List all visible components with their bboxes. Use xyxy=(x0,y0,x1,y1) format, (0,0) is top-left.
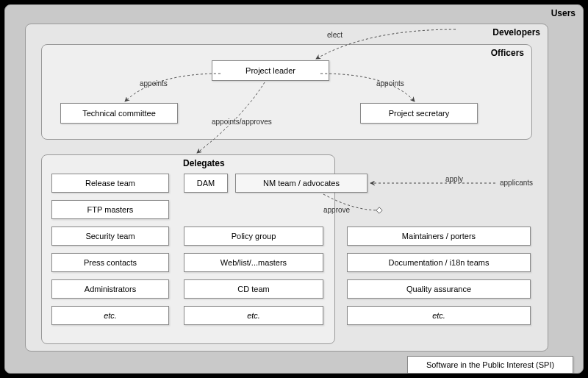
policy-group-label: Policy group xyxy=(232,232,276,240)
panel-delegates-title: Delegates xyxy=(183,158,225,168)
box-dam: DAM xyxy=(184,174,228,193)
delegates-etc2-label: etc. xyxy=(247,311,260,320)
box-ftp-masters: FTP masters xyxy=(51,200,169,219)
administrators-label: Administrators xyxy=(85,285,136,293)
box-nm-team: NM team / advocates xyxy=(235,174,368,193)
box-spi: Software in the Public Interest (SPI) xyxy=(407,356,573,374)
edge-appoints-right: appoints xyxy=(376,79,404,88)
documentation-label: Documentation / i18n teams xyxy=(389,258,490,267)
press-contacts-label: Press contacts xyxy=(84,258,137,267)
release-team-label: Release team xyxy=(85,179,135,188)
box-cd-team: CD team xyxy=(184,279,323,299)
edge-appoints-left: appoints xyxy=(140,79,168,88)
nm-team-label: NM team / advocates xyxy=(263,179,340,188)
box-maintainers: Maintainers / porters xyxy=(347,227,531,246)
quality-label: Quality assurance xyxy=(406,285,471,293)
box-delegates-etc1: etc. xyxy=(51,306,169,325)
project-secretary-label: Project secretary xyxy=(389,109,450,118)
box-project-secretary: Project secretary xyxy=(360,103,478,124)
cd-team-label: CD team xyxy=(237,285,269,293)
box-release-team: Release team xyxy=(51,174,169,193)
panel-developers-title: Developers xyxy=(492,27,540,38)
web-list-label: Web/list/...masters xyxy=(220,258,287,267)
edge-elect: elect xyxy=(327,31,343,39)
delegates-etc1-label: etc. xyxy=(104,311,117,320)
box-project-leader: Project leader xyxy=(212,60,329,81)
applicants-label: applicants xyxy=(500,179,533,187)
box-web-list-masters: Web/list/...masters xyxy=(184,253,323,272)
others-etc3-label: etc. xyxy=(432,311,445,320)
dam-label: DAM xyxy=(197,179,215,188)
edge-appoints-approves: appoints/approves xyxy=(212,118,272,126)
box-delegates-etc2: etc. xyxy=(184,306,323,325)
ftp-masters-label: FTP masters xyxy=(87,205,134,214)
edge-approve: approve xyxy=(323,206,350,214)
maintainers-label: Maintainers / porters xyxy=(402,232,476,240)
edge-apply: apply xyxy=(445,175,463,183)
box-documentation: Documentation / i18n teams xyxy=(347,253,531,272)
box-security-team: Security team xyxy=(51,227,169,246)
panel-officers-title: Officers xyxy=(491,48,524,58)
panel-officers: Officers xyxy=(41,44,532,140)
box-quality: Quality assurance xyxy=(347,279,531,299)
box-administrators: Administrators xyxy=(51,279,169,299)
box-others-etc3: etc. xyxy=(347,306,531,325)
box-policy-group: Policy group xyxy=(184,227,323,246)
project-leader-label: Project leader xyxy=(245,66,295,75)
box-technical-committee: Technical committee xyxy=(60,103,178,124)
technical-committee-label: Technical committee xyxy=(82,109,156,118)
spi-label: Software in the Public Interest (SPI) xyxy=(426,360,554,369)
panel-users-title: Users xyxy=(551,8,576,18)
security-team-label: Security team xyxy=(85,232,135,240)
box-press-contacts: Press contacts xyxy=(51,253,169,272)
